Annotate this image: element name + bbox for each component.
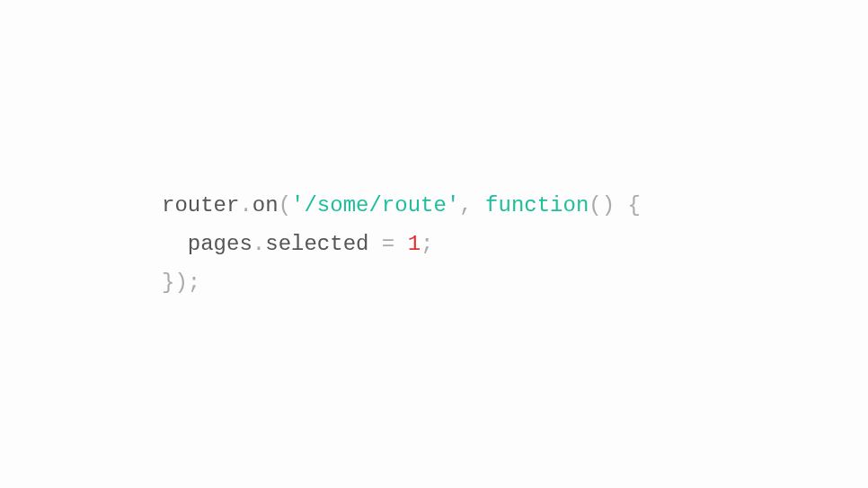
token-dot: . xyxy=(239,193,252,217)
code-line-3: }); xyxy=(162,271,200,295)
token-router: router xyxy=(162,193,239,217)
token-route-string: '/some/route' xyxy=(291,193,459,217)
token-semicolon: ; xyxy=(421,232,433,256)
token-on: on xyxy=(252,193,279,217)
token-function-keyword: function xyxy=(485,193,589,217)
token-close: }); xyxy=(162,271,200,295)
token-pages: pages xyxy=(188,232,252,256)
token-dot: . xyxy=(252,232,265,256)
token-number: 1 xyxy=(408,232,421,256)
token-parens: () xyxy=(589,193,615,217)
token-comma: , xyxy=(459,193,485,217)
token-equals: = xyxy=(368,232,407,256)
token-selected: selected xyxy=(265,232,368,256)
code-snippet: router.on('/some/route', function() { pa… xyxy=(162,186,641,303)
token-paren-open: ( xyxy=(279,193,291,217)
token-indent xyxy=(162,232,188,256)
code-line-2: pages.selected = 1; xyxy=(162,232,433,256)
code-line-1: router.on('/some/route', function() { xyxy=(162,193,641,217)
token-brace-open: { xyxy=(615,193,641,217)
